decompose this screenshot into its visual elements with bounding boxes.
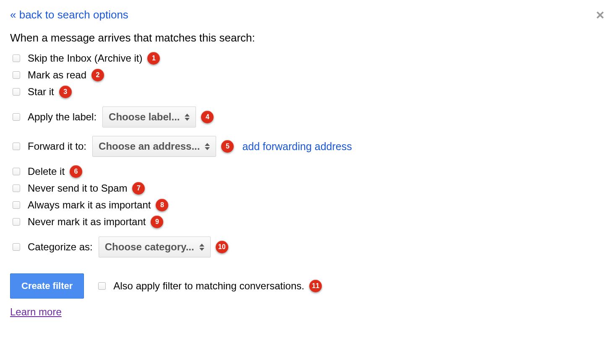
option-apply-label: Apply the label: Choose label... 4	[10, 107, 606, 127]
label-apply-label: Apply the label:	[28, 111, 97, 123]
checkbox-mark-read[interactable]	[13, 71, 20, 79]
add-forwarding-address-link[interactable]: add forwarding address	[242, 140, 352, 153]
checkbox-star-it[interactable]	[13, 88, 20, 96]
option-always-important: Always mark it as important 8	[10, 199, 606, 211]
stepper-icon	[205, 143, 210, 150]
checkbox-delete-it[interactable]	[13, 168, 20, 175]
select-choose-category[interactable]: Choose category...	[99, 237, 211, 257]
create-filter-button[interactable]: Create filter	[10, 273, 84, 299]
select-choose-label[interactable]: Choose label...	[102, 107, 196, 127]
annotation-badge: 10	[216, 241, 228, 253]
checkbox-never-important[interactable]	[13, 218, 20, 226]
select-choose-label-text: Choose label...	[109, 111, 180, 123]
annotation-badge: 5	[221, 140, 234, 153]
stepper-icon	[185, 114, 190, 121]
annotation-badge: 7	[132, 182, 145, 195]
label-categorize-as: Categorize as:	[28, 241, 93, 253]
back-to-search-link[interactable]: « back to search options	[10, 8, 128, 21]
select-choose-category-text: Choose category...	[105, 241, 194, 253]
label-skip-inbox: Skip the Inbox (Archive it)	[28, 52, 142, 64]
close-icon[interactable]: ×	[596, 8, 604, 22]
footer-row: Create filter Also apply filter to match…	[10, 273, 606, 299]
annotation-badge: 2	[91, 69, 104, 81]
select-choose-address-text: Choose an address...	[99, 140, 200, 152]
filter-heading: When a message arrives that matches this…	[10, 31, 606, 44]
checkbox-apply-label[interactable]	[13, 113, 20, 121]
checkbox-also-apply[interactable]	[98, 282, 106, 290]
stepper-icon	[199, 244, 204, 251]
label-star-it: Star it	[28, 86, 54, 98]
label-also-apply: Also apply filter to matching conversati…	[113, 280, 304, 292]
option-mark-read: Mark as read 2	[10, 69, 606, 81]
label-forward-to: Forward it to:	[28, 140, 86, 152]
label-never-spam: Never send it to Spam	[28, 182, 127, 194]
learn-more-link[interactable]: Learn more	[10, 306, 62, 318]
checkbox-always-important[interactable]	[13, 201, 20, 209]
label-never-important: Never mark it as important	[28, 216, 146, 228]
annotation-badge: 4	[201, 111, 214, 123]
checkbox-never-spam[interactable]	[13, 185, 20, 192]
option-never-spam: Never send it to Spam 7	[10, 182, 606, 195]
annotation-badge: 3	[59, 86, 72, 98]
checkbox-forward-to[interactable]	[13, 143, 20, 150]
annotation-badge: 1	[147, 52, 160, 65]
select-choose-address[interactable]: Choose an address...	[92, 136, 216, 157]
option-never-important: Never mark it as important 9	[10, 216, 606, 228]
annotation-badge: 8	[156, 199, 168, 211]
annotation-badge: 9	[151, 216, 163, 228]
option-skip-inbox: Skip the Inbox (Archive it) 1	[10, 52, 606, 65]
option-delete-it: Delete it 6	[10, 165, 606, 178]
option-categorize-as: Categorize as: Choose category... 10	[10, 237, 606, 257]
option-forward-to: Forward it to: Choose an address... 5 ad…	[10, 136, 606, 157]
checkbox-skip-inbox[interactable]	[13, 55, 20, 62]
annotation-badge: 11	[309, 280, 322, 292]
label-mark-read: Mark as read	[28, 69, 86, 81]
label-delete-it: Delete it	[28, 166, 65, 177]
annotation-badge: 6	[70, 165, 82, 178]
checkbox-categorize-as[interactable]	[13, 243, 20, 251]
label-always-important: Always mark it as important	[28, 199, 151, 211]
option-star-it: Star it 3	[10, 86, 606, 98]
